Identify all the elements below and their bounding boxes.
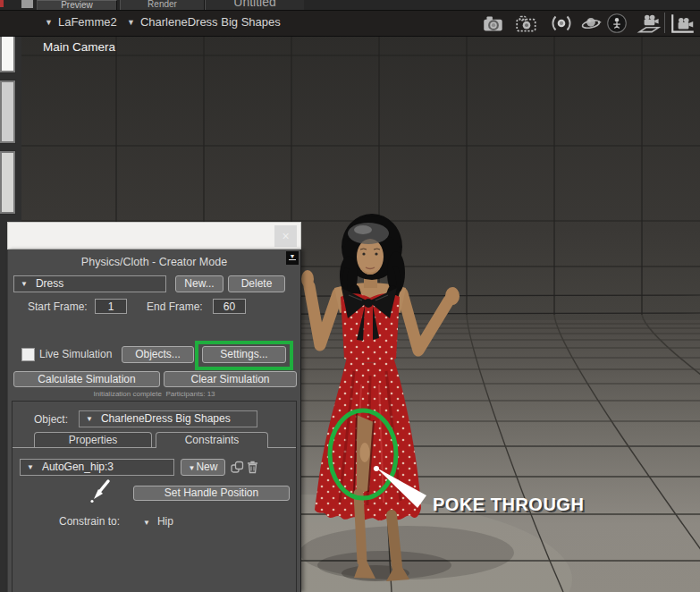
library-swatch[interactable]	[0, 80, 15, 143]
panel-title: Physics/Cloth - Creator Mode	[8, 256, 300, 268]
live-simulation-checkbox[interactable]	[21, 348, 35, 361]
panel-body: ▼ Physics/Cloth - Creator Mode ▼Dress Ne…	[7, 249, 301, 592]
figure-face	[357, 239, 384, 275]
settings-button[interactable]: Settings...	[202, 346, 286, 363]
focus-icon[interactable]	[549, 13, 574, 34]
end-frame-label: End Frame:	[147, 300, 203, 313]
calculate-simulation-button[interactable]: Calculate Simulation	[13, 371, 160, 387]
chevron-down-icon: ▼	[143, 519, 150, 527]
constrain-to-label: Constrain to:	[59, 515, 120, 528]
tab-constraints[interactable]: Constraints	[156, 432, 268, 448]
brush-icon[interactable]	[89, 478, 113, 506]
toolbar-divider	[664, 13, 665, 33]
simulation-status-text: Initialization complete Participants: 13	[8, 390, 300, 398]
dolly-camera-icon[interactable]	[670, 13, 696, 34]
prop-selector[interactable]: ▼CharleneDress Big Shapes	[127, 15, 281, 29]
physics-cloth-panel: × ▼ Physics/Cloth - Creator Mode ▼Dress …	[7, 222, 301, 592]
constrain-to-dropdown[interactable]: ▼Hip	[143, 515, 173, 528]
library-swatch[interactable]	[0, 151, 15, 214]
chevron-down-icon: ▼	[127, 18, 135, 27]
camera-icon[interactable]	[481, 13, 506, 34]
chevron-down-icon: ▼	[27, 463, 34, 471]
chevron-down-icon: ▼	[45, 18, 53, 27]
tab-preview[interactable]: Preview	[37, 0, 117, 10]
new-simulation-button[interactable]: New...	[175, 275, 223, 292]
set-handle-position-button[interactable]: Set Handle Position	[133, 486, 290, 501]
document-tabstrip: Preview Render Untitled	[0, 0, 700, 11]
chevron-down-icon: ▼	[86, 415, 93, 423]
object-label: Object:	[34, 413, 68, 426]
live-simulation-label: Live Simulation	[39, 348, 112, 360]
camera-dotted-icon[interactable]	[514, 13, 539, 34]
delete-simulation-button[interactable]: Delete	[228, 275, 285, 292]
end-frame-input[interactable]	[213, 299, 246, 314]
clear-simulation-button[interactable]: Clear Simulation	[164, 371, 297, 387]
orbit-icon[interactable]	[578, 13, 603, 34]
close-icon[interactable]: ×	[274, 225, 297, 247]
actor-selector-bar: ▼LaFemme2 ▼CharleneDress Big Shapes	[0, 10, 700, 37]
dock-tab-stub[interactable]	[21, 0, 33, 8]
camera-name-label: Main Camera	[43, 40, 115, 54]
duplicate-icon[interactable]	[231, 461, 244, 477]
start-frame-label: Start Frame:	[28, 300, 88, 313]
objects-button[interactable]: Objects...	[122, 346, 194, 363]
object-groupbox: Object: ▼CharleneDress Big Shapes Proper…	[12, 401, 297, 592]
corner-marker	[0, 0, 4, 7]
new-constraint-button[interactable]: ▼New	[181, 459, 225, 476]
object-dropdown[interactable]: ▼CharleneDress Big Shapes	[79, 410, 257, 427]
simulation-dropdown[interactable]: ▼Dress	[13, 275, 166, 292]
start-frame-input[interactable]	[95, 299, 127, 314]
constraint-handle-dropdown[interactable]: ▼AutoGen_hip:3	[20, 459, 174, 476]
chevron-down-icon: ▼	[189, 464, 196, 472]
trash-icon[interactable]	[247, 461, 258, 477]
poke-through-label: POKE THROUGH	[433, 495, 584, 514]
chevron-down-icon: ▼	[21, 280, 28, 288]
panel-titlebar[interactable]: ×	[7, 222, 301, 249]
figure-selector[interactable]: ▼LaFemme2	[45, 15, 117, 29]
flyaround-camera-icon[interactable]	[636, 13, 664, 34]
tab-untitled-document[interactable]: Untitled	[205, 0, 304, 10]
trackball-sphere-icon[interactable]	[605, 13, 630, 34]
tab-properties[interactable]: Properties	[34, 432, 152, 447]
tab-render[interactable]: Render	[120, 0, 205, 10]
